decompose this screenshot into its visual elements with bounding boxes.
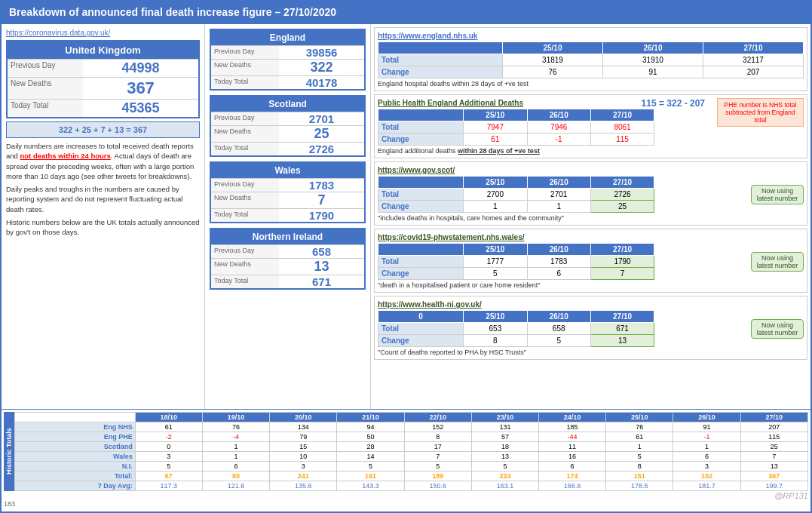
historic-cell: 134 xyxy=(270,422,337,432)
nhs-col2: 26/10 xyxy=(602,42,703,54)
england-deaths-label: New Deaths xyxy=(211,60,279,75)
wales-data-table: 25/10 26/10 27/10 Total 1777 1783 1790 C… xyxy=(378,243,654,280)
phe-note-box: PHE number is NHS total subtracted from … xyxy=(717,98,804,127)
england-total-label: Today Total xyxy=(211,76,279,89)
ni-total-value: 671 xyxy=(279,275,364,288)
wales-prev-value: 1783 xyxy=(279,179,364,192)
nhs-total-27: 32117 xyxy=(703,54,803,66)
phe-total-row: Total 7947 7946 8061 xyxy=(378,121,654,134)
historic-cell: 5 xyxy=(471,462,538,472)
wales-col2: 26/10 xyxy=(527,244,590,256)
historic-cell: 5 xyxy=(606,452,673,462)
historic-avg-cell: 166.6 xyxy=(539,481,606,491)
historic-total-cell: 67 xyxy=(135,472,202,481)
ni-total-25: 653 xyxy=(464,323,527,335)
uk-new-deaths-row: New Deaths 367 xyxy=(8,77,198,99)
uk-source-link[interactable]: https://coronavirus.data.gov.uk/ xyxy=(6,29,200,37)
uk-today-total-row: Today Total 45365 xyxy=(8,99,198,117)
historic-date-header: 21/10 xyxy=(337,413,404,422)
historic-empty-header xyxy=(15,413,136,422)
wales-change-row: Change 5 6 7 xyxy=(378,268,654,280)
ni-section: https://www.health-ni.gov.uk/ Now using … xyxy=(374,296,807,360)
historic-cell: 7 xyxy=(740,452,807,462)
wales-badge: Now using latest number xyxy=(751,252,804,272)
nhs-link[interactable]: https://www.england.nhs.uk xyxy=(378,32,477,40)
historic-cell: 6 xyxy=(539,462,606,472)
phe-table: 25/10 26/10 27/10 Total 7947 7946 8061 C… xyxy=(378,109,654,146)
wales-total-26: 1783 xyxy=(527,256,590,268)
historic-data-row: Scotland0115281718111125 xyxy=(15,442,808,452)
phe-change-25: 61 xyxy=(464,134,527,146)
phe-note: England additional deaths within 28 days… xyxy=(378,147,804,155)
historic-cell: 5 xyxy=(404,462,471,472)
ni-data-table: 0 25/10 26/10 27/10 Total 653 658 671 xyxy=(378,310,654,347)
ni-col3: 27/10 xyxy=(590,311,654,323)
wales-total-25: 1777 xyxy=(464,256,527,268)
scot-link[interactable]: https://www.gov.scot/ xyxy=(378,166,455,174)
historic-cell: 5 xyxy=(135,462,202,472)
nhs-total-26: 31910 xyxy=(602,54,703,66)
phe-change-row: Change 61 -1 115 xyxy=(378,134,654,146)
historic-totals-row: Total:6780241191189224174151102367 xyxy=(15,472,808,481)
ni-badge: Now using latest number xyxy=(751,319,804,339)
header-title: Breakdown of announced final death incre… xyxy=(9,6,336,18)
historic-total-cell: 191 xyxy=(337,472,404,481)
wales-deaths-value: 7 xyxy=(279,192,364,208)
historic-cell: 14 xyxy=(337,452,404,462)
wales-link[interactable]: https://covid19-phwstatement.nhs.wales/ xyxy=(378,233,524,241)
historic-date-header: 26/10 xyxy=(673,413,740,422)
scotland-prev-label: Previous Day xyxy=(211,112,279,125)
uk-table: United Kingdom Previous Day 44998 New De… xyxy=(6,40,200,118)
historic-totals-label: Total: xyxy=(15,472,136,481)
historic-avg-cell: 121.6 xyxy=(202,481,269,491)
uk-prev-day-label: Previous Day xyxy=(8,60,83,77)
uk-today-total-label: Today Total xyxy=(8,100,83,117)
nhs-col1: 25/10 xyxy=(503,42,603,54)
historic-date-header: 25/10 xyxy=(606,413,673,422)
historic-cell: 17 xyxy=(404,442,471,452)
historic-cell: 1 xyxy=(202,442,269,452)
england-header: England xyxy=(211,30,364,45)
ni-total-27: 671 xyxy=(590,323,654,335)
ni-col2: 26/10 xyxy=(527,311,590,323)
scot-badge: Now using latest number xyxy=(751,185,804,204)
phe-link[interactable]: Public Health England Additional Deaths xyxy=(378,99,523,107)
historic-date-header: 23/10 xyxy=(471,413,538,422)
historic-row-label: Wales xyxy=(15,452,136,462)
ni-total-label: Total xyxy=(378,323,464,335)
historic-cell: 3 xyxy=(270,462,337,472)
ni-prev-row: Previous Day 658 xyxy=(211,244,364,258)
historic-cell: 28 xyxy=(337,442,404,452)
ni-link[interactable]: https://www.health-ni.gov.uk/ xyxy=(378,300,482,309)
historic-cell: 5 xyxy=(337,462,404,472)
historic-date-header: 22/10 xyxy=(404,413,471,422)
historic-cell: 50 xyxy=(337,432,404,442)
nhs-change-27: 207 xyxy=(703,66,803,78)
historic-cell: 61 xyxy=(135,422,202,432)
nhs-change-row: Change 76 91 207 xyxy=(378,66,804,78)
uk-new-deaths-label: New Deaths xyxy=(8,78,83,99)
ni-prev-label: Previous Day xyxy=(211,245,279,258)
phe-col1: 25/10 xyxy=(464,109,527,121)
historic-avg-cell: 117.3 xyxy=(135,481,202,491)
scotland-total-value: 2726 xyxy=(279,143,364,155)
historic-avg-cell: 178.6 xyxy=(606,481,673,491)
england-total-row: Today Total 40178 xyxy=(211,75,364,89)
historic-panel: Historic Totals 18/1019/1020/1021/1022/1… xyxy=(2,409,810,510)
historic-avg-cell: 135.6 xyxy=(270,481,337,491)
ni-deaths-row: New Deaths 13 xyxy=(211,258,364,275)
wales-total-row: Total 1777 1783 1790 xyxy=(378,256,654,268)
wales-table: Wales Previous Day 1783 New Deaths 7 Tod… xyxy=(210,161,366,223)
nhs-col3: 27/10 xyxy=(703,42,803,54)
historic-cell: 13 xyxy=(740,462,807,472)
historic-cell: 94 xyxy=(337,422,404,432)
ni-deaths-value: 13 xyxy=(279,259,364,275)
phe-section: Public Health England Additional Deaths … xyxy=(374,94,807,158)
equation-box: 322 + 25 + 7 + 13 = 367 xyxy=(6,121,200,138)
scot-total-25: 2700 xyxy=(464,189,527,201)
scot-total-26: 2701 xyxy=(527,189,590,201)
historic-date-header: 20/10 xyxy=(270,413,337,422)
scot-change-27: 25 xyxy=(590,201,654,213)
ni-total-label: Today Total xyxy=(211,275,279,288)
historic-cell: 1 xyxy=(202,452,269,462)
